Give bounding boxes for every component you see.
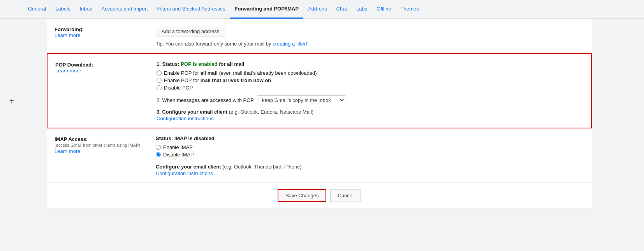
imap-status-line: Status: IMAP is disabled [156,135,584,141]
tab-inbox[interactable]: Inbox [75,0,97,19]
pop-when-messages-row: 2. When messages are accessed with POP k… [157,95,583,105]
pop-status-line: 1. Status: POP is enabled for all mail [157,61,583,67]
forwarding-section: Forwarding: Learn more Add a forwarding … [47,19,592,53]
imap-disable-label: Disable IMAP [163,152,194,158]
pop-learn-more[interactable]: Learn more [55,68,81,74]
tab-filters[interactable]: Filters and Blocked Addresses [153,0,230,19]
pop-config-link[interactable]: Configuration instructions [157,116,214,121]
pop-radio-disable-row: Disable POP [157,85,583,91]
pop-status-suffix: for all mail [218,61,245,67]
imap-learn-more[interactable]: Learn more [55,148,80,154]
tab-themes[interactable]: Themes [396,0,424,19]
pop-label-col: POP Download: Learn more [48,60,157,121]
add-forwarding-address-button[interactable]: Add a forwarding address [156,26,225,37]
tab-forwarding[interactable]: Forwarding and POP/IMAP [230,0,303,19]
imap-content: Status: IMAP is disabled Enable IMAP Dis… [156,135,584,176]
creating-filter-link[interactable]: creating a filter! [273,41,307,47]
forwarding-label-col: Forwarding: Learn more [47,25,156,47]
pop-radio-disable[interactable] [157,85,162,90]
imap-section: IMAP Access: (access Gmail from other cl… [47,128,592,183]
tab-accounts[interactable]: Accounts and Import [97,0,152,19]
settings-nav: General Labels Inbox Accounts and Import… [0,0,644,19]
forwarding-title: Forwarding: [55,26,148,32]
pop-radio3-text: Disable POP [164,85,193,91]
pop-status-prefix: 1. Status: [157,61,181,67]
pop-when-prefix: 2. When messages are accessed with POP [157,97,254,103]
left-sidebar: + [0,19,23,208]
save-row: Save Changes Cancel [47,183,592,208]
imap-disable-row: Disable IMAP [156,152,584,158]
forwarding-tip: Tip: You can also forward only some of y… [156,41,584,47]
forwarding-learn-more[interactable]: Learn more [55,32,80,38]
imap-title: IMAP Access: [55,136,148,142]
imap-enable-row: Enable IMAP [156,144,584,150]
save-changes-button[interactable]: Save Changes [278,189,326,202]
pop-radio-all-mail[interactable] [157,70,162,75]
imap-radio-enable[interactable] [156,145,161,150]
pop-radio-all-mail-row: Enable POP for all mail (even mail that'… [157,70,583,76]
tab-chat[interactable]: Chat [332,0,352,19]
pop-content: 1. Status: POP is enabled for all mail E… [157,60,583,121]
tab-labs[interactable]: Labs [352,0,372,19]
pop-radio-new-mail-row: Enable POP for mail that arrives from no… [157,77,583,83]
tip-text-prefix: Tip: You can also forward only some of y… [156,41,271,47]
pop-radio1-text: Enable POP for all mail (even mail that'… [164,70,317,76]
pop-configure-note: (e.g. Outlook, Eudora, Netscape Mail) [229,109,314,115]
compose-plus-icon[interactable]: + [9,97,14,105]
pop-download-section: POP Download: Learn more 1. Status: POP … [47,53,592,128]
cancel-button[interactable]: Cancel [330,189,361,202]
pop-radio2-bold: mail that arrives from now on [201,77,271,83]
tab-offline[interactable]: Offline [372,0,396,19]
imap-label-col: IMAP Access: (access Gmail from other cl… [47,135,156,176]
imap-configure-title: Configure your email client (e.g. Outloo… [156,164,584,170]
pop-title: POP Download: [55,62,149,68]
tab-addons[interactable]: Add-ons [303,0,331,19]
pop-action-dropdown[interactable]: keep Gmail's copy in the Inbox mark Gmai… [257,95,345,105]
forwarding-content: Add a forwarding address Tip: You can al… [156,25,584,47]
imap-radio-disable[interactable] [156,152,161,157]
tab-general[interactable]: General [23,0,51,19]
pop-configure-title: 3. Configure your email client (e.g. Out… [157,109,583,115]
pop-radio2-text: Enable POP for mail that arrives from no… [164,77,271,83]
pop-radio-new-mail[interactable] [157,78,162,83]
pop-radio1-bold: all mail [201,70,218,76]
imap-config-link[interactable]: Configuration instructions [156,170,213,176]
imap-enable-label: Enable IMAP [163,144,193,150]
tab-labels[interactable]: Labels [51,0,75,19]
imap-configure-note: (e.g. Outlook, Thunderbird, iPhone) [222,164,302,170]
pop-status-value: POP is enabled [181,61,217,67]
imap-sublabel: (access Gmail from other clients using I… [55,143,148,147]
